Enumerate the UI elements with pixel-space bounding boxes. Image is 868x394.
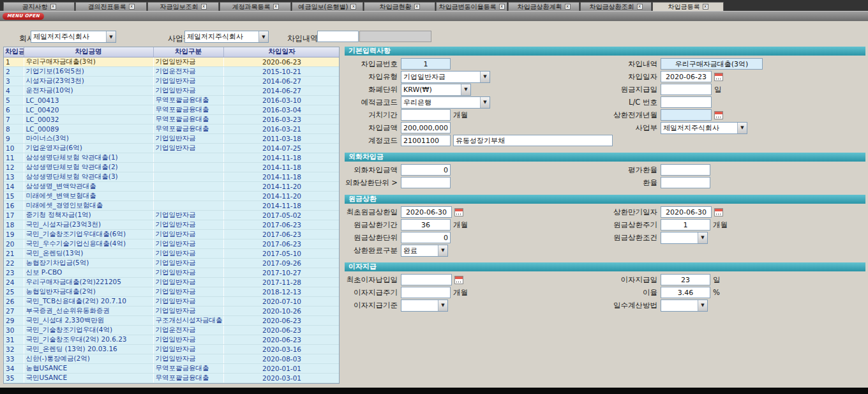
grid-cell[interactable]: 농협일반자금대출(2억) — [24, 287, 153, 296]
table-row[interactable]: 24우리구매자금대출(2억)221205기업일반자금2017-11-28 — [4, 277, 340, 287]
grid-cell[interactable]: 국민_시설자금(23억3천) — [24, 220, 153, 229]
grid-cell[interactable]: 2017-06-23 — [223, 239, 340, 248]
tab-item[interactable]: 차입금상환계획x — [508, 2, 580, 11]
table-row[interactable]: 7LC_00032무역포괄금융대출2016-03-23 — [4, 114, 340, 124]
tab-close-icon[interactable]: x — [129, 4, 135, 10]
grid-cell[interactable]: 무역포괄금융대출 — [153, 105, 223, 114]
grid-cell[interactable]: 9 — [4, 133, 24, 143]
grid-cell[interactable]: 국민_시설대 2,330백만원 — [24, 315, 153, 325]
table-row[interactable]: 18국민_시설자금(23억3천)기업일반자금2017-06-23 — [4, 220, 340, 229]
table-row[interactable]: 14삼성생명_변액약관대출2014-11-20 — [4, 181, 340, 191]
grid-cell[interactable]: 2017-09-26 — [223, 258, 340, 268]
grid-cell[interactable]: 무역포괄금융대출 — [153, 114, 223, 124]
grid-cell[interactable]: LC_00420 — [24, 105, 153, 114]
grid-cell[interactable]: 2020-06-23 — [223, 315, 340, 325]
grid-cell[interactable]: 국민_기술창조우대(2억) 20.6.23 — [24, 335, 153, 344]
grid-cell[interactable]: 2011-03-18 — [223, 133, 340, 143]
table-row[interactable]: 27부국증권_선순위유동화증권기업일반자금2020-10-26 — [4, 306, 340, 315]
grid-cell[interactable]: 기업일반자금 — [153, 133, 223, 143]
table-row[interactable]: 26국민_TCB신용대출(2억) 20.7.10기업일반자금2020-07-10 — [4, 296, 340, 306]
repay-cycle-field[interactable] — [661, 219, 710, 231]
first-interest-date-field[interactable] — [401, 274, 452, 285]
calendar-icon[interactable] — [454, 276, 463, 284]
grid-cell[interactable]: 2016-03-04 — [223, 105, 340, 114]
grid-cell[interactable]: 2020-03-16 — [223, 344, 340, 354]
grid-cell[interactable]: 기업일반자금 — [153, 287, 223, 296]
grid-cell[interactable]: 기업일반자금 — [153, 335, 223, 344]
grid-cell[interactable]: 국민_온렌딩(13억) — [24, 248, 153, 258]
tab-close-icon[interactable]: x — [703, 4, 708, 10]
tab-item[interactable]: 공지사항x — [3, 2, 75, 11]
table-row[interactable]: 34농협USANCE무역포괄금융대출2020-01-01 — [4, 363, 340, 373]
site-select[interactable]: 제일저지주식회사 ▼ — [184, 31, 269, 43]
grid-cell[interactable]: 2014-11-18 — [223, 162, 340, 172]
grid-cell[interactable]: 12 — [4, 162, 24, 172]
grid-cell[interactable]: 기업일반자금 — [153, 76, 223, 86]
table-row[interactable]: 15미래에셋_변액보험대출2014-11-20 — [4, 191, 340, 201]
grid-cell[interactable]: 27 — [4, 306, 24, 315]
grid-cell[interactable]: 31 — [4, 335, 24, 344]
grid-cell[interactable]: 국민_온렌딩 (13억) 20.03.16 — [24, 344, 153, 354]
grid-cell[interactable]: 농협USANCE — [24, 363, 153, 373]
first-repay-date-field[interactable] — [401, 206, 452, 218]
repay-unit-field[interactable] — [401, 232, 451, 243]
grid-cell[interactable]: 기업일반자금 — [153, 268, 223, 277]
table-row[interactable]: 2기업기보(16억5천)기업운전자금2015-10-21 — [4, 66, 340, 76]
grid-cell[interactable]: 16 — [4, 201, 24, 210]
grid-cell[interactable]: 4 — [4, 86, 24, 95]
grid-cell[interactable]: 7 — [4, 114, 24, 124]
grid-cell[interactable]: 기업일반자금 — [153, 296, 223, 306]
grid-cell[interactable]: 기업일반자금 — [153, 277, 223, 287]
interest-rate-field[interactable] — [661, 287, 710, 298]
grid-cell[interactable]: LC_00413 — [24, 95, 153, 105]
grid-cell[interactable]: 30 — [4, 325, 24, 335]
grid-cell[interactable]: 5 — [4, 95, 24, 105]
table-row[interactable]: 31국민_기술창조우대(2억) 20.6.23기업일반자금2020-06-23 — [4, 335, 340, 344]
grid-cell[interactable]: 2020-06-23 — [223, 325, 340, 335]
grid-cell[interactable]: 무역포괄금융대출 — [153, 95, 223, 105]
grid-cell[interactable]: 운전자금(10억) — [24, 86, 153, 95]
interest-day-field[interactable] — [661, 274, 710, 285]
grid-cell[interactable]: 2014-07-25 — [223, 143, 340, 153]
grid-cell[interactable]: 14 — [4, 181, 24, 191]
grid-cell[interactable]: 20 — [4, 239, 24, 248]
grid-cell[interactable]: 26 — [4, 296, 24, 306]
grid-cell[interactable]: 삼성생명단체보험 약관대출(3) — [24, 172, 153, 181]
grid-cell[interactable]: 우리구매자금대출(3억) — [24, 57, 153, 66]
table-row[interactable]: 23신보 P-CBO기업일반자금2017-10-27 — [4, 268, 340, 277]
grid-cell[interactable]: 23 — [4, 268, 24, 277]
grid-header-name[interactable]: 차입금명 — [24, 47, 153, 57]
tab-close-icon[interactable]: x — [201, 4, 207, 10]
table-row[interactable]: 12삼성생명단체보험 약관대출(2)2014-11-18 — [4, 162, 340, 172]
grid-cell[interactable]: 2020-08-03 — [223, 354, 340, 363]
grid-header-type[interactable]: 차입구분 — [153, 47, 223, 57]
grid-cell[interactable]: 시설자금(23억3천) — [24, 76, 153, 86]
grid-cell[interactable]: 국민_기술창조기업우대(4억) — [24, 325, 153, 335]
grid-cell[interactable]: 무역포괄금융대출 — [153, 373, 223, 383]
grid-cell[interactable]: 기업일반자금 — [153, 210, 223, 220]
grid-cell[interactable]: 19 — [4, 229, 24, 239]
grid-cell[interactable]: 17 — [4, 210, 24, 220]
currency-select[interactable]: KRW(₩) ▼ — [401, 84, 471, 96]
repay-period-field[interactable] — [401, 219, 451, 231]
eval-rate-field[interactable] — [661, 164, 710, 176]
grid-cell[interactable]: 구조개선시설자금대출 — [153, 315, 223, 325]
table-row[interactable]: 35국민USANCE무역포괄금융대출2020-03-01 — [4, 373, 340, 383]
grace-period-field[interactable] — [401, 109, 451, 121]
table-row[interactable]: 9마이너스(3억)기업일반자금2011-03-18 — [4, 133, 340, 143]
grid-cell[interactable]: 삼성생명단체보험 약관대출(2) — [24, 162, 153, 172]
calendar-icon[interactable] — [714, 208, 723, 216]
loan-date-field[interactable] — [661, 71, 712, 82]
grid-cell[interactable]: 10 — [4, 143, 24, 153]
grid-cell[interactable]: 미래에셋_경영인보험대출 — [24, 201, 153, 210]
table-row[interactable]: 4운전자금(10억)기업일반자금2014-06-27 — [4, 86, 340, 95]
account-name-field[interactable] — [453, 135, 613, 146]
table-row[interactable]: 11삼성생명단체보험 약관대출(1)2014-11-18 — [4, 153, 340, 162]
grid-cell[interactable]: 2018-12-13 — [223, 287, 340, 296]
grid-cell[interactable]: 2016-03-21 — [223, 124, 340, 133]
grid-cell[interactable]: 무역포괄금융대출 — [153, 363, 223, 373]
grid-cell[interactable]: 6 — [4, 105, 24, 114]
grid-cell[interactable]: 기업일반자금 — [153, 258, 223, 268]
grid-cell[interactable]: 2017-06-23 — [223, 229, 340, 239]
tab-close-icon[interactable]: x — [414, 4, 420, 10]
